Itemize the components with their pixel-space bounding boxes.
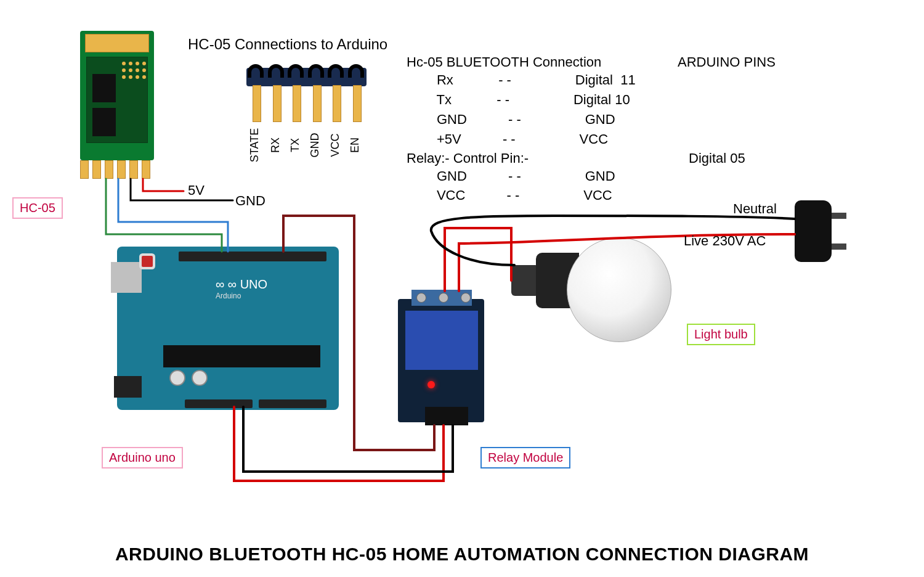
table-row: VCC - - VCC: [407, 186, 776, 205]
wire-label-live: Live 230V AC: [684, 233, 766, 249]
pin-label-state: STATE: [248, 127, 261, 164]
arduino-digital-header: [179, 252, 326, 261]
diagram-title: ARDUINO BLUETOOTH HC-05 HOME AUTOMATION …: [0, 544, 924, 565]
pin-label-tx: TX: [289, 127, 302, 164]
plug-prong: [832, 243, 846, 250]
arduino-reset-button: [142, 256, 153, 267]
hc05-chip: [92, 108, 116, 136]
relay-label: Relay Module: [480, 447, 570, 469]
arduino-power-header: [185, 399, 253, 408]
hc05-vias: [122, 62, 147, 80]
bulb-socket-neck: [511, 265, 539, 296]
table-row: GND - - GND: [407, 166, 776, 186]
wire-label-gnd: GND: [235, 193, 265, 209]
arduino-capacitors: [169, 370, 208, 386]
pin-label-vcc: VCC: [329, 127, 342, 164]
arduino-label: Arduino uno: [102, 447, 183, 469]
hc05-chip: [92, 74, 116, 102]
table-row: Tx - - Digital 10: [407, 90, 776, 110]
hc05-pin-header: [80, 160, 154, 179]
hc05-pinout-loops: [248, 64, 368, 78]
hc05-label: HC-05: [12, 197, 63, 219]
pin-label-rx: RX: [269, 127, 282, 164]
arduino-power-jack: [114, 376, 142, 398]
arduino-uno-board: [117, 247, 339, 410]
arduino-usb-port: [111, 262, 142, 293]
arduino-logo: ∞ ∞ UNO Arduino: [216, 277, 267, 300]
light-bulb-icon: [567, 237, 671, 342]
pin-label-en: EN: [349, 127, 362, 164]
table-row: GND - - GND: [407, 110, 776, 129]
relay-subheader: Relay:- Control Pin:-: [407, 150, 689, 166]
relay-cube: [405, 311, 478, 370]
bulb-label: Light bulb: [687, 324, 755, 345]
hc05-heading: HC-05 Connections to Arduino: [188, 36, 387, 53]
plug-prong: [832, 213, 846, 219]
pin-label-gnd: GND: [309, 127, 322, 164]
arduino-atmega-chip: [163, 345, 320, 367]
table-row: Rx - - Digital 11: [407, 70, 776, 90]
table-col2-header: ARDUINO PINS: [678, 54, 776, 70]
table-col1-header: Hc-05 BLUETOOTH Connection: [407, 54, 678, 70]
arduino-analog-header: [259, 399, 326, 408]
relay-row0-right: Digital 05: [689, 150, 745, 166]
relay-status-led: [428, 381, 435, 388]
wire-label-5v: 5V: [188, 182, 205, 198]
hc05-antenna: [85, 34, 149, 52]
table-row: +5V - - VCC: [407, 129, 776, 149]
relay-input-pins: [425, 407, 468, 425]
arduino-logo-line1: ∞ ∞ UNO: [216, 277, 267, 292]
hc05-pinout-pins: [249, 85, 369, 122]
ac-plug-icon: [795, 200, 832, 262]
relay-terminal-screws: [416, 293, 471, 303]
arduino-logo-line2: Arduino: [216, 292, 267, 300]
connection-table: Hc-05 BLUETOOTH Connection ARDUINO PINS …: [407, 54, 776, 205]
